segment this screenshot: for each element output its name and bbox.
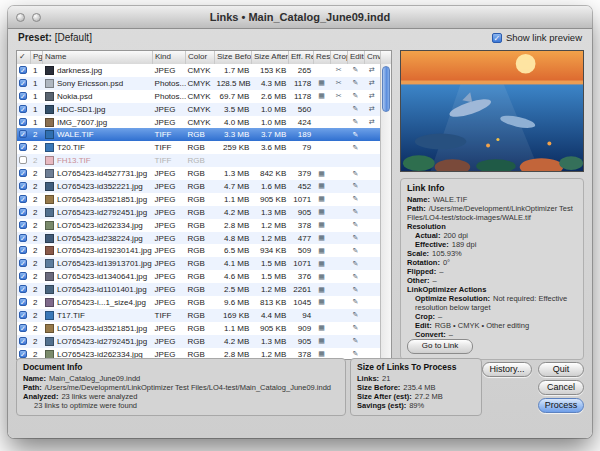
edit-icon: ✎ — [347, 118, 364, 126]
row-checkbox[interactable]: ✓ — [17, 92, 31, 101]
table-row[interactable]: ✓1IMG_7607.jpgJPEGCMYK4.0 MB1.0 MB424✎⇄ — [17, 116, 380, 129]
row-checkbox[interactable]: ✓ — [17, 337, 31, 346]
quit-button[interactable]: Quit — [538, 362, 584, 377]
table-row[interactable]: ✓1darkness.jpgJPEGCMYK1.7 MB153 KB265✂✎⇄ — [17, 64, 380, 77]
table-row[interactable]: ✓2LO765423-id4527731.jpgJPEGRGB1.3 MB842… — [17, 167, 380, 180]
header-crop[interactable]: Crop — [331, 51, 348, 64]
row-name: T20.TIF — [43, 143, 153, 152]
table-row[interactable]: ✓2LO765423-id19230141.jpgJPEGRGB6.5 MB93… — [17, 244, 380, 257]
links-table-header[interactable]: ✓ Pg Name Kind Color Size Before Size Af… — [17, 51, 391, 65]
header-eff-res[interactable]: Eff. Res — [289, 51, 314, 64]
show-link-preview-checkbox[interactable]: ✓ — [492, 33, 502, 43]
table-row[interactable]: ✓2LO765423-id2792451.jpgJPEGRGB4.2 MB1.3… — [17, 335, 380, 348]
res-icon: ▦ — [313, 208, 330, 216]
row-size-before: 9.6 MB — [214, 298, 251, 307]
preset-value[interactable]: [Default] — [55, 32, 92, 43]
table-row[interactable]: ✓1HDC-SD1.jpgJPEGCMYK3.5 MB1.0 MB560✎⇄ — [17, 103, 380, 116]
row-checkbox[interactable]: ✓ — [17, 143, 31, 152]
row-page: 1 — [31, 92, 43, 101]
info-line: Name:Main_Catalog_June09.indd — [23, 374, 339, 383]
table-row[interactable]: ✓2T17.TIFTIFFRGB169 KB4.4 MB94✎ — [17, 309, 380, 322]
header-res[interactable]: Res — [314, 51, 331, 64]
table-row[interactable]: ✓2LO765423-i...1_size4.jpgJPEGRGB9.6 MB8… — [17, 296, 380, 309]
show-link-preview-control[interactable]: ✓ Show link preview — [492, 32, 582, 43]
row-checkbox[interactable]: ✓ — [17, 118, 31, 127]
preset-control[interactable]: Preset: [Default] — [18, 32, 92, 43]
table-row[interactable]: ✓2T20.TIFTIFFRGB259 KB3.6 MB79✎ — [17, 141, 380, 154]
file-thumbnail-icon — [45, 208, 54, 217]
table-row[interactable]: ✓2LO765423-id2792451.jpgJPEGRGB4.2 MB1.3… — [17, 206, 380, 219]
row-kind: JPEG — [153, 66, 186, 75]
row-checkbox[interactable]: ✓ — [17, 324, 31, 333]
header-cnv[interactable]: Cnv — [365, 51, 381, 64]
row-checkbox[interactable]: ✓ — [17, 221, 31, 230]
row-checkbox[interactable]: ✓ — [17, 169, 31, 178]
title-bar[interactable]: Links • Main_Catalog_June09.indd — [8, 6, 592, 29]
file-thumbnail-icon — [45, 169, 54, 178]
scrollbar-thumb[interactable] — [382, 66, 390, 112]
header-pg[interactable]: Pg — [31, 51, 43, 64]
row-name: LO765423-id2792451.jpg — [43, 208, 153, 217]
table-row[interactable]: ✓2LO765423-id1340641.jpgJPEGRGB4.6 MB1.5… — [17, 270, 380, 283]
minimize-button[interactable] — [32, 13, 41, 22]
file-thumbnail-icon — [45, 246, 54, 255]
row-checkbox[interactable]: ✓ — [17, 311, 31, 320]
table-row[interactable]: ✓2WALE.TIFTIFFRGB3.3 MB3.7 MB189✎ — [17, 128, 380, 141]
row-checkbox[interactable]: ✓ — [17, 182, 31, 191]
header-color[interactable]: Color — [186, 51, 215, 64]
row-eff-res: 1178 — [288, 92, 313, 101]
row-page: 2 — [31, 324, 43, 333]
row-name: FH13.TIF — [43, 156, 153, 165]
info-line: LinkOptimizer Actions — [407, 285, 577, 294]
row-kind: JPEG — [153, 298, 186, 307]
row-checkbox[interactable]: ✓ — [17, 298, 31, 307]
table-row[interactable]: ✓2LO765423-id238224.jpgJPEGRGB4.8 MB1.2 … — [17, 232, 380, 245]
table-row[interactable]: ✓2LO765423-id262334.jpgJPEGRGB2.8 MB1.2 … — [17, 219, 380, 232]
row-color: RGB — [186, 195, 215, 204]
table-row[interactable]: ✓1Sony Ericsson.psdPhotos...CMYK128.5 MB… — [17, 77, 380, 90]
header-kind[interactable]: Kind — [153, 51, 186, 64]
go-to-link-button[interactable]: Go to Link — [407, 339, 473, 354]
row-checkbox[interactable]: ✓ — [17, 195, 31, 204]
table-row[interactable]: ✓2LO765423-id352221.jpgJPEGRGB4.7 MB1.6 … — [17, 180, 380, 193]
header-edit[interactable]: Edit — [348, 51, 365, 64]
table-row[interactable]: ✓2LO765423-id3521851.jpgJPEGRGB1.1 MB905… — [17, 193, 380, 206]
row-checkbox[interactable]: ✓ — [17, 246, 31, 255]
table-scrollbar[interactable] — [380, 64, 391, 359]
process-button[interactable]: Process — [538, 398, 584, 413]
res-icon: ▦ — [313, 260, 330, 268]
cancel-button[interactable]: Cancel — [538, 380, 584, 395]
table-row[interactable]: ✓2LO765423-id1101401.jpgJPEGRGB2.5 MB1.2… — [17, 283, 380, 296]
row-checkbox[interactable]: ✓ — [17, 259, 31, 268]
row-checkbox[interactable]: ✓ — [17, 208, 31, 217]
history-button[interactable]: History... — [482, 362, 532, 377]
row-checkbox[interactable]: ✓ — [17, 272, 31, 281]
row-color: CMYK — [186, 92, 215, 101]
row-color: RGB — [186, 182, 215, 191]
edit-icon: ✎ — [347, 79, 364, 87]
header-size-before[interactable]: Size Before — [215, 51, 252, 64]
row-size-before: 1.7 MB — [214, 66, 251, 75]
cnv-icon: ⇄ — [364, 118, 380, 126]
table-row[interactable]: ✓2LO765423-id13913701.jpgJPEGRGB4.1 MB1.… — [17, 257, 380, 270]
close-button[interactable] — [16, 13, 25, 22]
row-checkbox[interactable] — [17, 156, 31, 166]
row-checkbox[interactable]: ✓ — [17, 130, 31, 139]
table-row[interactable]: ✓1Nokia.psdPhotos...CMYK69.7 MB2.6 MB117… — [17, 90, 380, 103]
document-info-fields: Name:Main_Catalog_June09.inddPath:/Users… — [23, 374, 339, 410]
row-eff-res: 1178 — [288, 79, 313, 88]
row-color: RGB — [186, 259, 215, 268]
edit-icon: ✎ — [347, 66, 364, 74]
row-checkbox[interactable]: ✓ — [17, 79, 31, 88]
file-thumbnail-icon — [45, 92, 54, 101]
table-row[interactable]: ✓2LO765423-id3521851.jpgJPEGRGB1.1 MB905… — [17, 322, 380, 335]
row-color: RGB — [186, 285, 215, 294]
header-size-after[interactable]: Size After — [252, 51, 289, 64]
row-checkbox[interactable]: ✓ — [17, 285, 31, 294]
table-row[interactable]: 2FH13.TIFTIFFRGB — [17, 154, 380, 167]
header-name[interactable]: Name — [43, 51, 153, 64]
row-checkbox[interactable]: ✓ — [17, 66, 31, 75]
row-checkbox[interactable]: ✓ — [17, 234, 31, 243]
row-checkbox[interactable]: ✓ — [17, 105, 31, 114]
header-check[interactable]: ✓ — [17, 51, 31, 64]
